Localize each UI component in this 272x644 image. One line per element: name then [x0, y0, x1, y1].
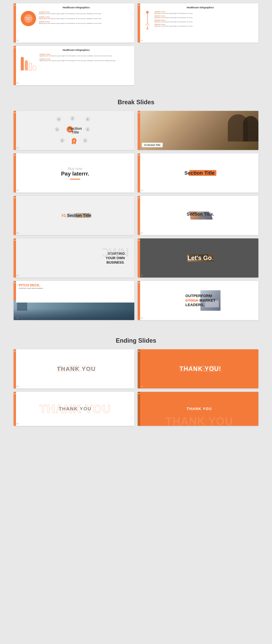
bullet-item-3: Subtitle is here Apparently we had reach…: [39, 21, 132, 24]
bars-content: Subtitle is here Apparently we had reach…: [21, 54, 132, 70]
timeline-content-4: Subtitle is here Apparently we had reach…: [154, 24, 193, 27]
pitchdeck-top-section: PITCH DECK. STARTING YOUR OWN BUSINESS: [16, 281, 134, 302]
bar-dot: [138, 282, 140, 283]
ty-orange-2-text: THANK YOU: [187, 406, 212, 411]
slide-buy-now[interactable]: Buy now Pay laterrr. 04: [14, 154, 134, 192]
slide-number: 04: [17, 40, 18, 42]
timeline-item-4: Subtitle is here Apparently we had reach…: [154, 24, 254, 27]
circle-label: Subtitle is here: [24, 17, 33, 20]
break-slides-row5: PITCH DECK. STARTING YOUR OWN BUSINESS 0…: [14, 281, 258, 320]
slide-thankyou-white[interactable]: THANK YOU THANK YOU PHONE: +1(123) 321 1…: [14, 349, 134, 388]
buy-now-subtitle: Buy now: [68, 166, 82, 171]
bar-line: [14, 395, 15, 426]
outperform-line1: OUTPERFORM: [186, 294, 216, 298]
slide-title: Healthcare Infographics: [21, 49, 132, 51]
slide-content: OWN STARTING YOUR OWN BUSINESS.: [102, 248, 130, 268]
slide-content: Healthcare Infographics: [16, 46, 134, 85]
break-slides-row4: OWN STARTING YOUR OWN BUSINESS. 04: [14, 238, 258, 278]
bar-dot: [14, 155, 15, 156]
letsgo-text-container: Let's Go.: [188, 254, 214, 262]
page-wrapper: Healthcare Infographics Subtitle is here…: [0, 0, 272, 436]
bullet-subtitle-1: Subtitle is here: [39, 11, 132, 13]
bullet-item-1: Subtitle is here Apparently we had reach…: [39, 11, 132, 14]
timeline-content-2: Subtitle is here Apparently we had reach…: [154, 15, 193, 18]
bullet-subtitle-2: Subtitle is here: [39, 16, 132, 18]
slide-number: 04: [17, 317, 18, 319]
business-line3: BUSINESS.: [106, 260, 125, 264]
bars-item-2: Subtitle is here Apparently we had reach…: [40, 58, 132, 62]
ty-foreground-text: THANK YOU: [57, 366, 96, 372]
left-accent-bar: [14, 238, 16, 278]
ending-slides-title: Ending Slides: [14, 337, 258, 344]
letsgo-period: .: [212, 254, 213, 262]
bars-subtitle-2: Subtitle is here: [40, 58, 132, 60]
slide-outperform[interactable]: OUTPERFORM STOCK MARKET LEADERS. 04: [138, 281, 258, 320]
slide-photo-section[interactable]: #1 Section Title 04: [138, 111, 258, 150]
slide-number: 04: [17, 386, 18, 388]
bar-group-2: [25, 60, 28, 70]
slide-business[interactable]: OWN STARTING YOUR OWN BUSINESS. 04: [14, 238, 134, 278]
bar-dot: [14, 47, 15, 48]
timeline-content-3: Subtitle is here Apparently we had reach…: [154, 20, 193, 22]
bullet-text-2: Apparently we had reached a great height…: [39, 18, 132, 20]
collage-title-text: Section Title.: [187, 212, 214, 217]
slide-content: THANK YOU THANK YOU! Item 01 — Descripti…: [180, 365, 221, 372]
svg-point-1: [72, 118, 73, 118]
pitchdeck-main-title: PITCH DECK.: [19, 283, 132, 287]
node-circle: [83, 138, 88, 143]
left-accent-bar: [138, 4, 140, 42]
hash-1: #1: [61, 213, 67, 218]
pitchdeck-photo-section: [14, 300, 134, 320]
bar-line: [139, 6, 139, 42]
outperform-line3: LEADERS.: [186, 303, 216, 307]
t-title-4: Subtitle is here: [154, 24, 193, 25]
bullet-subtitle-3: Subtitle is here: [39, 21, 132, 22]
network-diagram: Section Title 123: [53, 115, 97, 146]
section-circle-title: Section Title•: [184, 170, 216, 176]
bar-dot: [14, 240, 15, 241]
section-title-text: Section Title: [184, 170, 215, 176]
slide-thankyou-orange[interactable]: THANK YOU THANK YOU! Item 01 — Descripti…: [138, 349, 258, 388]
slide-thankyou-orange-2[interactable]: THANK YOU THANK YOU: [138, 392, 258, 426]
slide-number: 04: [17, 275, 18, 276]
slide-thankyou-white-2[interactable]: THANK YOU THANK YOU 04: [14, 392, 134, 426]
slide-hc-timeline[interactable]: Healthcare Infographics Subti: [138, 4, 258, 42]
business-line1: STARTING: [106, 251, 125, 256]
bar-dot: [14, 197, 15, 198]
left-accent-bar: [14, 4, 16, 42]
bar-line: [139, 241, 139, 278]
slide-hc-bars[interactable]: Healthcare Infographics: [14, 46, 134, 85]
node-bl: [60, 138, 64, 143]
bar-line: [139, 156, 139, 192]
break-slides-row1: Section Title 123 04: [14, 111, 258, 150]
business-title: STARTING YOUR OWN BUSINESS.: [106, 251, 125, 264]
section-title-diagonal: Section Title: [67, 213, 91, 218]
business-dot: .: [124, 260, 125, 264]
network-badge: 123: [72, 142, 76, 144]
slide-content: #1 Section Title: [61, 213, 91, 218]
svg-point-0: [58, 118, 59, 119]
bar-group-1: [21, 57, 24, 70]
slide-network[interactable]: Section Title 123 04: [14, 111, 134, 150]
bar-dot: [138, 240, 140, 241]
bar-group-4: [33, 65, 36, 70]
bar-dot: [14, 282, 15, 283]
slide-diagonal[interactable]: #1 Section Title 04: [14, 196, 134, 235]
svg-point-6: [62, 140, 62, 140]
bar-dot: [14, 351, 15, 352]
photo-background: #1 Section Title: [140, 111, 258, 150]
node-circle: [56, 117, 61, 122]
collage-text: Section Title. Subtitle: [187, 212, 214, 220]
slide-number: 04: [141, 317, 143, 319]
node-tc: [70, 116, 75, 121]
timeline-list: Subtitle is here Apparently we had reach…: [153, 11, 256, 28]
slide-collage[interactable]: Section Title. Subtitle 04: [138, 196, 258, 235]
slide-section-circle[interactable]: Section Title• 04: [138, 154, 258, 192]
slide-number: 04: [141, 232, 143, 234]
bar-line: [139, 284, 139, 320]
slide-letsgo[interactable]: Let's Go. 04: [138, 238, 258, 278]
ending-slides-row1: THANK YOU THANK YOU PHONE: +1(123) 321 1…: [14, 349, 258, 388]
slide-hc-circle[interactable]: Healthcare Infographics Subtitle is here…: [14, 4, 134, 42]
node-mr: [85, 127, 90, 132]
slide-pitchdeck[interactable]: PITCH DECK. STARTING YOUR OWN BUSINESS 0…: [14, 281, 134, 320]
